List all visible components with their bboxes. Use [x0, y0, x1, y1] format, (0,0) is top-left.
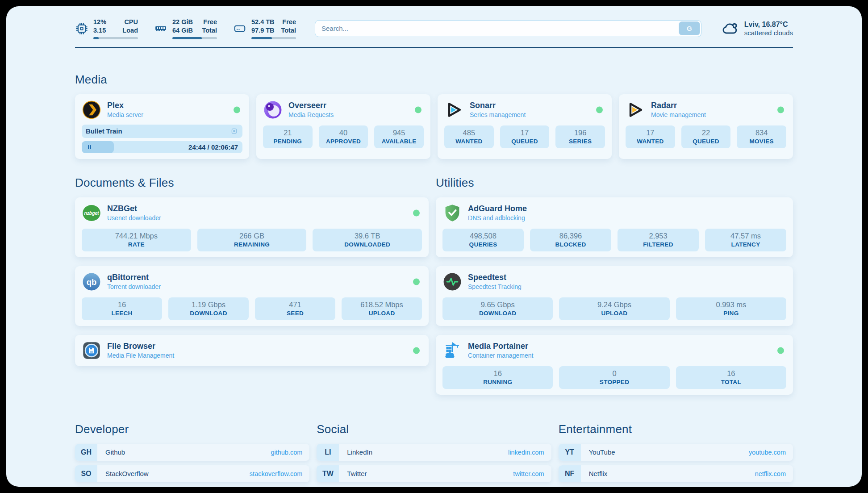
- service-card-header: qbqBittorrentTorrent downloader: [82, 272, 422, 292]
- bookmark-link-linkedin[interactable]: LILinkedInlinkedin.com: [317, 444, 551, 461]
- bookmark-link-youtube[interactable]: YTYouTubeyoutube.com: [559, 444, 793, 461]
- service-card-text: Media PortainerContainer management: [468, 342, 533, 359]
- stat-tile-value: 9.24 Gbps: [561, 301, 668, 309]
- service-card-header: RadarrMovie management: [626, 100, 786, 120]
- system-stat-label: Load: [122, 26, 138, 35]
- stop-icon[interactable]: [230, 127, 238, 135]
- online-status-dot: [413, 278, 420, 285]
- online-status-dot: [234, 106, 240, 113]
- stat-tile-value: 945: [376, 129, 422, 137]
- system-stat-value: 22 GiB: [172, 18, 193, 26]
- stat-tile-value: 47.57 ms: [707, 232, 785, 240]
- stat-tile: 22QUEUED: [681, 125, 731, 148]
- stat-tile: 16TOTAL: [676, 366, 786, 389]
- service-card-sonarr[interactable]: SonarrSeries management485WANTED17QUEUED…: [438, 94, 612, 159]
- service-card-portainer[interactable]: Media PortainerContainer management16RUN…: [436, 335, 793, 395]
- section-title-social: Social: [317, 422, 551, 436]
- system-stat-value: 64 GiB: [172, 26, 193, 35]
- online-status-dot: [415, 106, 421, 113]
- stat-tile-label: DOWNLOAD: [170, 310, 247, 317]
- bookmark-link-github[interactable]: GHGithubgithub.com: [75, 444, 309, 461]
- stat-tile-label: WANTED: [446, 138, 492, 145]
- system-stat-row: 22 GiBFree: [172, 18, 217, 26]
- search-go-button[interactable]: G: [679, 21, 700, 35]
- service-card-overseerr[interactable]: OverseerrMedia Requests21PENDING40APPROV…: [256, 94, 430, 159]
- bookmark-url: linkedin.com: [508, 449, 544, 456]
- service-card-text: SpeedtestSpeedtest Tracking: [468, 273, 522, 291]
- service-card-header: nzbgetNZBGetUsenet downloader: [82, 203, 422, 223]
- service-card-text: OverseerrMedia Requests: [288, 101, 334, 119]
- header-divider: [75, 47, 793, 48]
- stat-tile-label: UPLOAD: [561, 310, 668, 317]
- stat-tile-label: REMAINING: [199, 241, 305, 248]
- bookmark-name: Netflix: [589, 470, 608, 477]
- bookmark-name: YouTube: [589, 448, 615, 456]
- service-card-plex[interactable]: PlexMedia serverBullet Train24:44 / 02:0…: [75, 94, 249, 159]
- bookmark-name: Twitter: [347, 470, 367, 477]
- service-card-header: OverseerrMedia Requests: [263, 100, 424, 120]
- portainer-icon: [442, 341, 462, 360]
- disk-icon: [233, 22, 246, 35]
- stat-tile: 485WANTED: [444, 125, 494, 148]
- stat-tile-value: 9.65 Gbps: [444, 301, 551, 309]
- stat-tile-value: 266 GB: [199, 232, 305, 240]
- dashboard-screen: 12%CPU3.15Load22 GiBFree64 GiBTotal52.4 …: [6, 6, 862, 487]
- stat-tile: 471SEED: [255, 297, 335, 320]
- stat-tiles: 744.21 MbpsRATE266 GBREMAINING39.6 TBDOW…: [82, 229, 422, 251]
- service-card-filebrowser[interactable]: File BrowserMedia File Management: [75, 335, 429, 366]
- service-subtitle: Media server: [107, 111, 143, 118]
- section-documents: Documents & Files nzbgetNZBGetUsenet dow…: [75, 176, 429, 395]
- system-stat-body: 52.4 TBFree97.9 TBTotal: [251, 18, 296, 39]
- service-card-header: SonarrSeries management: [444, 100, 605, 120]
- system-stat-row: 64 GiBTotal: [172, 26, 217, 35]
- stat-tile: 16LEECH: [82, 297, 162, 320]
- qbittorrent-icon: qb: [82, 272, 101, 292]
- bookmark-link-twitter[interactable]: TWTwittertwitter.com: [317, 465, 551, 482]
- stat-tile-value: 471: [257, 301, 334, 309]
- service-card-header: Media PortainerContainer management: [442, 341, 786, 360]
- service-subtitle: Torrent downloader: [107, 283, 161, 290]
- bookmark-link-stackoverflow[interactable]: SOStackOverflowstackoverflow.com: [75, 465, 309, 482]
- stat-tiles: 17WANTED22QUEUED834MOVIES: [626, 125, 786, 148]
- stat-tile-label: WANTED: [627, 138, 673, 145]
- system-stat-progress-fill: [172, 37, 202, 39]
- system-stat-progress-fill: [251, 37, 272, 39]
- stat-tile-label: DOWNLOAD: [444, 310, 551, 317]
- stat-tile-label: STOPPED: [561, 379, 668, 385]
- stat-tile-value: 485: [446, 129, 492, 137]
- search-input[interactable]: [315, 25, 679, 32]
- stat-tile-label: DOWNLOADED: [314, 241, 420, 248]
- stat-tile-value: 744.21 Mbps: [83, 232, 189, 240]
- system-stat-progress: [251, 37, 296, 39]
- bookmark-abbr-badge: GH: [75, 444, 97, 461]
- stat-tile: 196SERIES: [555, 125, 605, 148]
- stat-tile-label: AVAILABLE: [376, 138, 422, 145]
- bookmark-name: LinkedIn: [347, 448, 372, 456]
- service-title: Overseerr: [288, 101, 334, 111]
- service-card-qbittorrent[interactable]: qbqBittorrentTorrent downloader16LEECH1.…: [75, 266, 429, 326]
- bookmark-abbr-badge: SO: [75, 465, 97, 482]
- service-card-speedtest[interactable]: SpeedtestSpeedtest Tracking9.65 GbpsDOWN…: [436, 266, 793, 326]
- system-stat-label: CPU: [124, 18, 138, 26]
- service-subtitle: Movie management: [651, 111, 706, 118]
- stat-tile-value: 17: [627, 129, 673, 137]
- stat-tile-label: BLOCKED: [532, 241, 609, 248]
- service-card-adguard[interactable]: AdGuard HomeDNS and adblocking498,508QUE…: [436, 197, 793, 257]
- bookmark-link-netflix[interactable]: NFNetflixnetflix.com: [559, 465, 793, 482]
- service-card-radarr[interactable]: RadarrMovie management17WANTED22QUEUED83…: [619, 94, 793, 159]
- ram-icon: [154, 22, 167, 35]
- pause-icon: [86, 143, 93, 151]
- system-stat-row: 52.4 TBFree: [251, 18, 296, 26]
- service-card-text: RadarrMovie management: [651, 101, 706, 119]
- stat-tile-value: 16: [678, 369, 785, 378]
- system-stat-widget: 12%CPU3.15Load: [75, 18, 138, 39]
- service-card-nzbget[interactable]: nzbgetNZBGetUsenet downloader744.21 Mbps…: [75, 197, 429, 257]
- online-status-dot: [777, 347, 784, 354]
- now-playing-progress: 24:44 / 02:06:47: [82, 141, 242, 153]
- bookmark-url: github.com: [271, 449, 302, 456]
- adguard-icon: [442, 203, 462, 223]
- service-card-header: SpeedtestSpeedtest Tracking: [442, 272, 786, 292]
- stat-tile: 0STOPPED: [559, 366, 669, 389]
- service-title: Radarr: [651, 101, 706, 111]
- stat-tile: 834MOVIES: [737, 125, 786, 148]
